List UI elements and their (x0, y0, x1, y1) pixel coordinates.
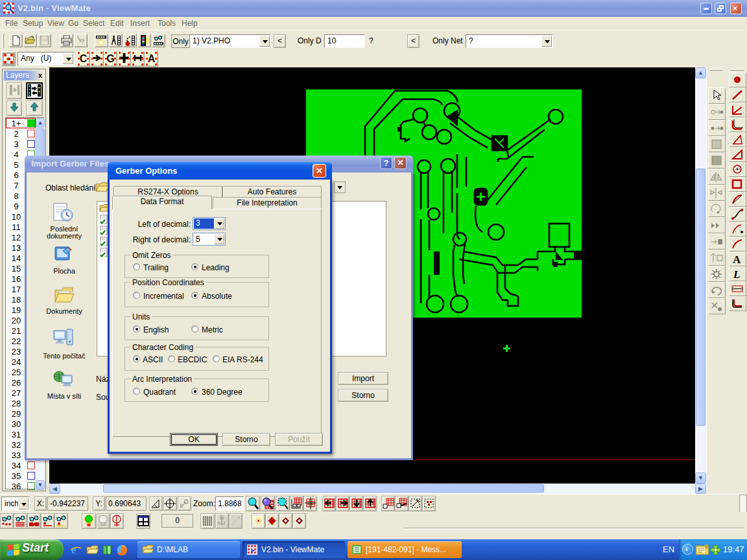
svg-text:e: e (71, 544, 77, 555)
svg-text:?: ? (80, 38, 85, 45)
svg-text:A: A (733, 253, 741, 266)
svg-text:L: L (733, 268, 740, 281)
